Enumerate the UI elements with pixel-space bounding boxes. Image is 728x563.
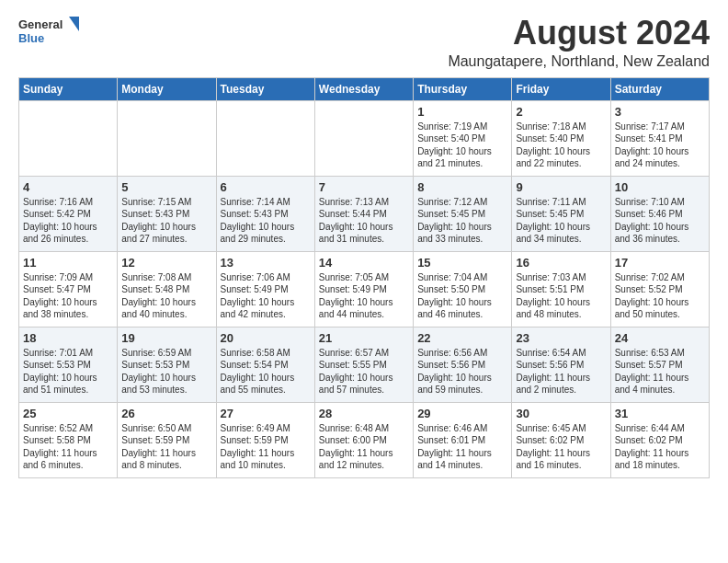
day-number: 12	[121, 256, 211, 270]
col-thursday: Thursday	[414, 77, 512, 100]
svg-marker-2	[69, 17, 79, 31]
day-number: 23	[516, 331, 606, 345]
day-info: Sunrise: 7:14 AM Sunset: 5:43 PM Dayligh…	[221, 196, 311, 246]
day-info: Sunrise: 7:04 AM Sunset: 5:50 PM Dayligh…	[417, 271, 507, 321]
col-tuesday: Tuesday	[216, 77, 314, 100]
day-info: Sunrise: 6:50 AM Sunset: 5:59 PM Dayligh…	[121, 422, 211, 472]
day-number: 21	[319, 331, 409, 345]
day-number: 30	[516, 407, 606, 420]
day-number: 3	[615, 105, 705, 119]
subtitle: Maungatapere, Northland, New Zealand	[448, 53, 710, 70]
day-info: Sunrise: 6:53 AM Sunset: 5:57 PM Dayligh…	[615, 347, 705, 396]
day-cell: 1Sunrise: 7:19 AM Sunset: 5:40 PM Daylig…	[414, 100, 512, 176]
title-area: August 2024 Maungatapere, Northland, New…	[448, 15, 710, 70]
day-info: Sunrise: 6:45 AM Sunset: 6:02 PM Dayligh…	[516, 422, 606, 472]
day-number: 15	[417, 256, 507, 270]
day-cell: 2Sunrise: 7:18 AM Sunset: 5:40 PM Daylig…	[512, 100, 610, 176]
col-sunday: Sunday	[19, 77, 118, 100]
day-number: 11	[23, 256, 113, 270]
day-cell: 12Sunrise: 7:08 AM Sunset: 5:48 PM Dayli…	[118, 251, 216, 327]
day-cell	[118, 100, 216, 176]
day-cell: 18Sunrise: 7:01 AM Sunset: 5:53 PM Dayli…	[19, 327, 118, 402]
day-cell: 26Sunrise: 6:50 AM Sunset: 5:59 PM Dayli…	[118, 402, 216, 477]
logo: General Blue	[18, 15, 83, 48]
svg-text:Blue: Blue	[18, 31, 44, 45]
day-number: 16	[516, 256, 606, 270]
col-monday: Monday	[118, 77, 216, 100]
day-info: Sunrise: 6:49 AM Sunset: 5:59 PM Dayligh…	[221, 422, 311, 472]
day-cell: 24Sunrise: 6:53 AM Sunset: 5:57 PM Dayli…	[610, 327, 709, 402]
day-info: Sunrise: 7:16 AM Sunset: 5:42 PM Dayligh…	[23, 196, 113, 246]
col-saturday: Saturday	[610, 77, 709, 100]
day-number: 28	[319, 407, 409, 420]
day-number: 22	[417, 331, 507, 345]
logo-svg: General Blue	[18, 15, 83, 48]
day-info: Sunrise: 7:01 AM Sunset: 5:53 PM Dayligh…	[23, 347, 113, 396]
day-cell: 25Sunrise: 6:52 AM Sunset: 5:58 PM Dayli…	[19, 402, 118, 477]
week-row-5: 25Sunrise: 6:52 AM Sunset: 5:58 PM Dayli…	[19, 402, 710, 477]
day-cell: 19Sunrise: 6:59 AM Sunset: 5:53 PM Dayli…	[118, 327, 216, 402]
main-title: August 2024	[448, 15, 710, 52]
day-info: Sunrise: 7:18 AM Sunset: 5:40 PM Dayligh…	[516, 121, 606, 170]
day-info: Sunrise: 7:08 AM Sunset: 5:48 PM Dayligh…	[121, 271, 211, 321]
day-info: Sunrise: 7:17 AM Sunset: 5:41 PM Dayligh…	[615, 121, 705, 170]
col-wednesday: Wednesday	[314, 77, 413, 100]
day-cell: 17Sunrise: 7:02 AM Sunset: 5:52 PM Dayli…	[610, 251, 709, 327]
day-number: 1	[417, 105, 507, 119]
day-cell: 5Sunrise: 7:15 AM Sunset: 5:43 PM Daylig…	[118, 176, 216, 251]
day-cell: 27Sunrise: 6:49 AM Sunset: 5:59 PM Dayli…	[216, 402, 314, 477]
day-info: Sunrise: 7:11 AM Sunset: 5:45 PM Dayligh…	[516, 196, 606, 246]
day-cell: 7Sunrise: 7:13 AM Sunset: 5:44 PM Daylig…	[314, 176, 413, 251]
day-info: Sunrise: 7:19 AM Sunset: 5:40 PM Dayligh…	[417, 121, 507, 170]
day-number: 19	[121, 331, 211, 345]
day-cell: 13Sunrise: 7:06 AM Sunset: 5:49 PM Dayli…	[216, 251, 314, 327]
day-cell: 10Sunrise: 7:10 AM Sunset: 5:46 PM Dayli…	[610, 176, 709, 251]
day-number: 17	[615, 256, 705, 270]
day-number: 13	[221, 256, 311, 270]
day-number: 5	[121, 180, 211, 194]
week-row-1: 1Sunrise: 7:19 AM Sunset: 5:40 PM Daylig…	[19, 100, 710, 176]
header-row: Sunday Monday Tuesday Wednesday Thursday…	[19, 77, 710, 100]
day-number: 10	[615, 180, 705, 194]
day-info: Sunrise: 7:13 AM Sunset: 5:44 PM Dayligh…	[319, 196, 409, 246]
day-number: 25	[23, 407, 113, 420]
day-info: Sunrise: 7:09 AM Sunset: 5:47 PM Dayligh…	[23, 271, 113, 321]
day-cell: 4Sunrise: 7:16 AM Sunset: 5:42 PM Daylig…	[19, 176, 118, 251]
calendar-table: Sunday Monday Tuesday Wednesday Thursday…	[18, 77, 710, 478]
day-number: 6	[221, 180, 311, 194]
day-cell	[314, 100, 413, 176]
page-header: General Blue August 2024 Maungatapere, N…	[18, 15, 710, 70]
day-number: 29	[417, 407, 507, 420]
day-info: Sunrise: 7:02 AM Sunset: 5:52 PM Dayligh…	[615, 271, 705, 321]
day-cell	[216, 100, 314, 176]
day-cell: 6Sunrise: 7:14 AM Sunset: 5:43 PM Daylig…	[216, 176, 314, 251]
day-info: Sunrise: 6:56 AM Sunset: 5:56 PM Dayligh…	[417, 347, 507, 396]
day-cell: 30Sunrise: 6:45 AM Sunset: 6:02 PM Dayli…	[512, 402, 610, 477]
day-info: Sunrise: 6:46 AM Sunset: 6:01 PM Dayligh…	[417, 422, 507, 472]
day-number: 31	[615, 407, 705, 420]
day-cell: 9Sunrise: 7:11 AM Sunset: 5:45 PM Daylig…	[512, 176, 610, 251]
week-row-4: 18Sunrise: 7:01 AM Sunset: 5:53 PM Dayli…	[19, 327, 710, 402]
day-cell: 29Sunrise: 6:46 AM Sunset: 6:01 PM Dayli…	[414, 402, 512, 477]
day-number: 26	[121, 407, 211, 420]
day-info: Sunrise: 6:44 AM Sunset: 6:02 PM Dayligh…	[615, 422, 705, 472]
day-info: Sunrise: 7:03 AM Sunset: 5:51 PM Dayligh…	[516, 271, 606, 321]
week-row-3: 11Sunrise: 7:09 AM Sunset: 5:47 PM Dayli…	[19, 251, 710, 327]
day-info: Sunrise: 7:05 AM Sunset: 5:49 PM Dayligh…	[319, 271, 409, 321]
day-cell: 31Sunrise: 6:44 AM Sunset: 6:02 PM Dayli…	[610, 402, 709, 477]
day-cell: 28Sunrise: 6:48 AM Sunset: 6:00 PM Dayli…	[314, 402, 413, 477]
day-info: Sunrise: 6:52 AM Sunset: 5:58 PM Dayligh…	[23, 422, 113, 472]
day-number: 9	[516, 180, 606, 194]
day-number: 24	[615, 331, 705, 345]
day-info: Sunrise: 7:06 AM Sunset: 5:49 PM Dayligh…	[221, 271, 311, 321]
day-info: Sunrise: 6:58 AM Sunset: 5:54 PM Dayligh…	[221, 347, 311, 396]
day-number: 4	[23, 180, 113, 194]
day-number: 8	[417, 180, 507, 194]
day-cell: 20Sunrise: 6:58 AM Sunset: 5:54 PM Dayli…	[216, 327, 314, 402]
day-info: Sunrise: 6:57 AM Sunset: 5:55 PM Dayligh…	[319, 347, 409, 396]
day-cell: 14Sunrise: 7:05 AM Sunset: 5:49 PM Dayli…	[314, 251, 413, 327]
svg-text:General: General	[18, 17, 63, 31]
day-info: Sunrise: 6:48 AM Sunset: 6:00 PM Dayligh…	[319, 422, 409, 472]
day-cell: 22Sunrise: 6:56 AM Sunset: 5:56 PM Dayli…	[414, 327, 512, 402]
day-number: 18	[23, 331, 113, 345]
